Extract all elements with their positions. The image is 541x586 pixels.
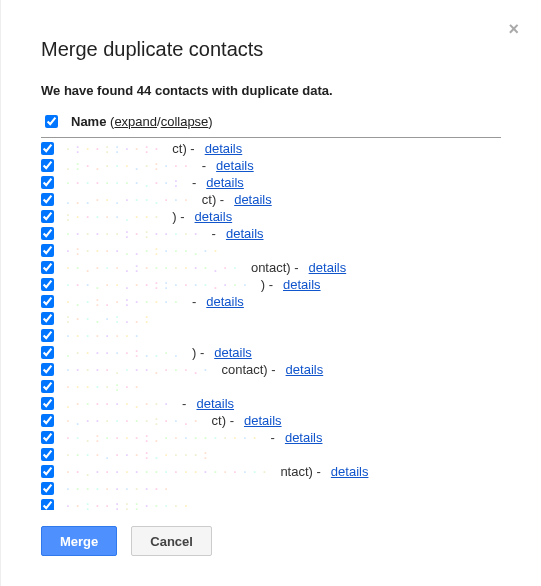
contact-checkbox[interactable] — [41, 159, 54, 172]
cancel-button[interactable]: Cancel — [131, 526, 212, 556]
contact-checkbox[interactable] — [41, 414, 54, 427]
details-link[interactable]: details — [196, 396, 234, 411]
row-suffix: ct) - — [202, 192, 224, 207]
name-column-label: Name (expand/collapse) — [71, 114, 213, 129]
contact-name-obfuscated: ···.··. ··: :·· ··.··· — [64, 277, 251, 292]
contact-name-obfuscated: ····.· ··:.···· : — [64, 447, 211, 462]
contact-checkbox[interactable] — [41, 312, 54, 325]
collapse-link[interactable]: collapse — [161, 114, 209, 129]
contact-row: . .. ··.·· ·.·· ·ct) - details — [41, 191, 501, 208]
close-icon[interactable]: × — [508, 20, 519, 38]
contact-checkbox[interactable] — [41, 363, 54, 376]
details-link[interactable]: details — [206, 294, 244, 309]
expand-link[interactable]: expand — [114, 114, 157, 129]
contact-row: ··.··· ···· ···· ·······ntact) - details — [41, 463, 501, 480]
contact-name-obfuscated: · ····· ··.··: — [64, 175, 182, 190]
contact-name-obfuscated: . ···· · ·.· ·· — [64, 396, 172, 411]
contact-checkbox[interactable] — [41, 346, 54, 359]
contact-name-obfuscated: :· · . ·: .. : — [64, 311, 152, 326]
row-suffix: ) - — [192, 345, 204, 360]
row-suffix: - — [271, 430, 275, 445]
contact-row: ·. ·: .·: · ··· · - details — [41, 293, 501, 310]
contact-checkbox[interactable] — [41, 448, 54, 461]
details-link[interactable]: details — [206, 175, 244, 190]
contact-name-obfuscated: .····· · : . .·. — [64, 345, 182, 360]
details-link[interactable]: details — [216, 158, 254, 173]
paren-close: ) — [208, 114, 212, 129]
dialog-title: Merge duplicate contacts — [41, 38, 501, 61]
contact-name-obfuscated: . .. ··.·· ·.·· · — [64, 192, 192, 207]
merge-contacts-dialog: × Merge duplicate contacts We have found… — [0, 0, 541, 586]
merge-button[interactable]: Merge — [41, 526, 117, 556]
contact-name-obfuscated: ··· ··.···. ·· ·.· — [64, 362, 211, 377]
contact-checkbox[interactable] — [41, 261, 54, 274]
contact-name-obfuscated: ·· · ··:·· — [64, 379, 143, 394]
contact-row: .:·.· ·· .·:··· - details — [41, 157, 501, 174]
contact-row: :· · . ·: .. : — [41, 310, 501, 327]
contact-name-obfuscated: :· ·· ··.· · · — [64, 209, 162, 224]
row-suffix: ) - — [261, 277, 273, 292]
contact-checkbox[interactable] — [41, 176, 54, 189]
contact-row: ··.:····:.····· ···· · - details — [41, 429, 501, 446]
contact-row: :· ·· ··.· · ·) - details — [41, 208, 501, 225]
contact-checkbox[interactable] — [41, 278, 54, 291]
details-link[interactable]: details — [205, 141, 243, 156]
contact-name-obfuscated: .:·.· ·· .·:··· — [64, 158, 192, 173]
contact-name-obfuscated: ··.·· ·.:···· ··· .· · — [64, 260, 241, 275]
details-link[interactable]: details — [195, 209, 233, 224]
contact-name-obfuscated: ····· ···· · · — [64, 481, 172, 496]
contact-row: ·· · ··:·· — [41, 378, 501, 395]
contact-checkbox[interactable] — [41, 482, 54, 495]
contact-row: · · ··· ·· · — [41, 327, 501, 344]
row-suffix: - — [192, 175, 196, 190]
contact-checkbox[interactable] — [41, 295, 54, 308]
contact-row: ··.·· ·.:···· ··· .· ·ontact) - details — [41, 259, 501, 276]
row-suffix: ) - — [172, 209, 184, 224]
contact-checkbox[interactable] — [41, 499, 54, 510]
details-link[interactable]: details — [285, 430, 323, 445]
contact-checkbox[interactable] — [41, 465, 54, 478]
details-link[interactable]: details — [234, 192, 272, 207]
contact-list[interactable]: · :··::··:·ct) - details.:·.· ·· .·:··· … — [41, 140, 501, 510]
list-header: Name (expand/collapse) — [41, 112, 501, 138]
contact-checkbox[interactable] — [41, 210, 54, 223]
details-link[interactable]: details — [226, 226, 264, 241]
contact-name-obfuscated: ··· ·· ·:· :···· · — [64, 226, 202, 241]
contact-checkbox[interactable] — [41, 397, 54, 410]
dialog-subtitle: We have found 44 contacts with duplicate… — [41, 83, 501, 98]
contact-name-obfuscated: · · ··· ·· · — [64, 328, 143, 343]
contact-row: ·: ····..·:··· . ·· — [41, 242, 501, 259]
contact-name-obfuscated: ··.··· ···· ···· ······· — [64, 464, 270, 479]
contact-row: ··· ··.···. ·· ·.· contact) - details — [41, 361, 501, 378]
contact-name-obfuscated: ··.:····:.····· ···· · — [64, 430, 261, 445]
row-suffix: contact) - — [221, 362, 275, 377]
contact-row: .····· · : . .·. ) - details — [41, 344, 501, 361]
contact-checkbox[interactable] — [41, 142, 54, 155]
details-link[interactable]: details — [331, 464, 369, 479]
details-link[interactable]: details — [244, 413, 282, 428]
contact-checkbox[interactable] — [41, 329, 54, 342]
name-label: Name — [71, 114, 106, 129]
contact-name-obfuscated: · :··::··:· — [64, 141, 162, 156]
row-suffix: - — [192, 294, 196, 309]
contact-checkbox[interactable] — [41, 431, 54, 444]
contact-row: · :··::··:·ct) - details — [41, 140, 501, 157]
select-all-checkbox[interactable] — [45, 115, 58, 128]
details-link[interactable]: details — [214, 345, 252, 360]
contact-checkbox[interactable] — [41, 193, 54, 206]
contact-row: ··· ·· ·:· :···· · - details — [41, 225, 501, 242]
contact-row: ···.··. ··: :·· ··.···) - details — [41, 276, 501, 293]
details-link[interactable]: details — [283, 277, 321, 292]
row-suffix: ontact) - — [251, 260, 299, 275]
row-suffix: - — [182, 396, 186, 411]
row-suffix: ct) - — [172, 141, 194, 156]
contact-row: . ···· · ·.· ·· - details — [41, 395, 501, 412]
row-suffix: ntact) - — [280, 464, 320, 479]
contact-checkbox[interactable] — [41, 380, 54, 393]
row-suffix: - — [202, 158, 206, 173]
contact-checkbox[interactable] — [41, 244, 54, 257]
dialog-footer: Merge Cancel — [41, 526, 501, 556]
details-link[interactable]: details — [309, 260, 347, 275]
contact-checkbox[interactable] — [41, 227, 54, 240]
details-link[interactable]: details — [286, 362, 324, 377]
